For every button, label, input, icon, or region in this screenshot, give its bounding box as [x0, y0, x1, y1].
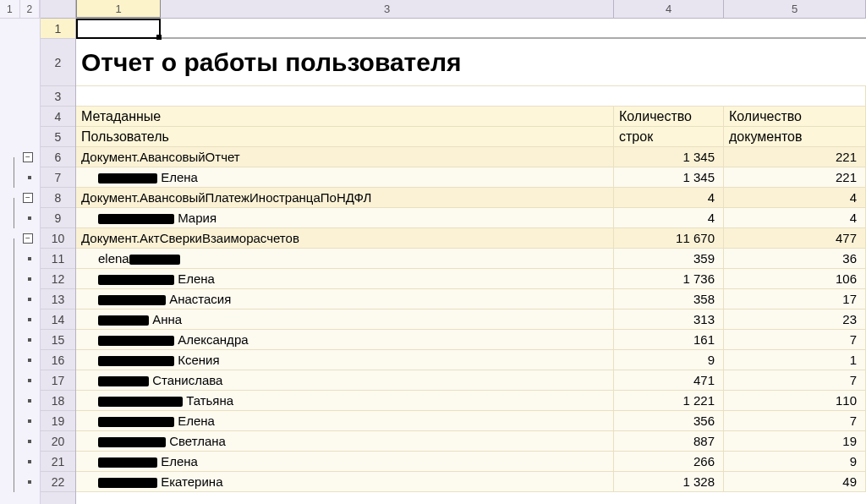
detail-row[interactable]: Станислава4717	[76, 370, 866, 391]
detail-row[interactable]: Елена1 345221	[76, 167, 866, 188]
row-number[interactable]: 12	[41, 269, 75, 289]
title-row[interactable]: Отчет о работы пользователя	[76, 39, 866, 86]
row-number[interactable]: 11	[41, 249, 75, 269]
detail-row[interactable]: Татьяна1 221110	[76, 391, 866, 411]
detail-row[interactable]: Елена1 736106	[76, 269, 866, 289]
row-1[interactable]	[76, 19, 866, 39]
outline-level-1[interactable]: 1	[0, 0, 20, 18]
row-number[interactable]: 20	[41, 431, 75, 452]
cell-docs-count: 23	[724, 310, 866, 329]
row-number[interactable]: 16	[41, 350, 75, 370]
row-number[interactable]: 3	[41, 86, 75, 107]
outline-dot	[28, 399, 31, 403]
row-number[interactable]: 18	[41, 391, 75, 411]
report-title: Отчет о работы пользователя	[76, 39, 866, 85]
detail-row[interactable]: Анна31323	[76, 310, 866, 330]
cell-docs-count: 19	[724, 431, 866, 451]
col-header-4[interactable]: 4	[614, 0, 724, 18]
collapse-toggle[interactable]: −	[23, 193, 33, 203]
outline-dot	[28, 257, 31, 260]
outline-gutter: 1 2 −−−	[0, 0, 41, 504]
cell-name: Мария	[76, 208, 614, 227]
outline-level-2[interactable]: 2	[20, 0, 41, 18]
detail-row[interactable]: Елена3567	[76, 411, 866, 431]
redacted-text	[129, 255, 180, 265]
row-number[interactable]: 22	[41, 472, 75, 492]
header-row-1[interactable]: Метаданные Количество Количество	[76, 107, 866, 127]
cell-rows-count: 1 328	[614, 472, 724, 491]
cell-docs-count: 7	[724, 330, 866, 349]
outline-dot	[28, 338, 31, 342]
redacted-text	[98, 478, 157, 488]
detail-row[interactable]: Александра1617	[76, 330, 866, 350]
cell-docs-count: 477	[724, 228, 866, 248]
group-row[interactable]: Документ.АвансовыйОтчет1 345221	[76, 147, 866, 167]
cell-docs-count: 1	[724, 350, 866, 370]
row-3[interactable]	[76, 86, 866, 107]
group-row[interactable]: Документ.АвансовыйПлатежИностранцаПоНДФЛ…	[76, 188, 866, 208]
cell-docs-count: 9	[724, 452, 866, 471]
redacted-text	[98, 417, 174, 427]
fill-handle[interactable]	[156, 35, 162, 40]
cell-docs-count: 106	[724, 269, 866, 288]
detail-row[interactable]: Елена2669	[76, 452, 866, 472]
redacted-text	[98, 295, 166, 305]
row-number[interactable]: 4	[41, 107, 75, 127]
detail-row[interactable]: Мария44	[76, 208, 866, 228]
header-metadata: Метаданные	[76, 107, 614, 126]
cell-rows-count: 356	[614, 411, 724, 430]
cell-docs-count: 36	[724, 249, 866, 268]
cell-rows-count: 887	[614, 431, 724, 451]
active-cell[interactable]	[76, 19, 161, 39]
header-row-2[interactable]: Пользователь строк документов	[76, 127, 866, 147]
detail-row[interactable]: Екатерина1 32849	[76, 472, 866, 492]
row-number[interactable]: 2	[41, 39, 75, 86]
cell-name: Татьяна	[76, 391, 614, 410]
col-header-1[interactable]: 1	[76, 0, 161, 18]
collapse-toggle[interactable]: −	[23, 233, 33, 244]
cell-docs-count: 49	[724, 472, 866, 491]
outline-line	[14, 198, 14, 228]
cell-rows-count: 4	[614, 208, 724, 227]
group-row[interactable]: Документ.АктСверкиВзаиморасчетов11 67047…	[76, 228, 866, 249]
detail-row[interactable]: elena35936	[76, 249, 866, 269]
row-number[interactable]: 17	[41, 370, 75, 391]
row-number[interactable]: 10	[41, 228, 75, 249]
row-number[interactable]: 19	[41, 411, 75, 431]
cell-name: Анна	[76, 310, 614, 329]
row-number[interactable]: 21	[41, 452, 75, 472]
detail-row[interactable]: Ксения91	[76, 350, 866, 370]
outline-dot	[28, 216, 31, 220]
redacted-text	[98, 214, 174, 224]
outline-dot	[28, 298, 31, 301]
cell-rows-count: 313	[614, 310, 724, 329]
row-number[interactable]: 15	[41, 330, 75, 350]
row-number[interactable]: 8	[41, 188, 75, 208]
row-number[interactable]: 9	[41, 208, 75, 228]
col-header-3[interactable]: 3	[161, 0, 614, 18]
row-number[interactable]: 13	[41, 289, 75, 310]
cell-name: Елена	[76, 167, 614, 187]
cell-rows-count: 4	[614, 188, 724, 207]
detail-row[interactable]: Светлана88719	[76, 431, 866, 452]
row-number[interactable]: 7	[41, 167, 75, 188]
cell-docs-count: 110	[724, 391, 866, 410]
outline-dot	[28, 277, 31, 281]
cell-rows-count: 1 345	[614, 167, 724, 187]
collapse-toggle[interactable]: −	[23, 152, 33, 162]
row-number[interactable]: 6	[41, 147, 75, 167]
row-number[interactable]: 14	[41, 310, 75, 330]
detail-row[interactable]: Анастасия35817	[76, 289, 866, 310]
cell-name: Станислава	[76, 370, 614, 390]
col-header-5[interactable]: 5	[724, 0, 866, 18]
cell-name: Документ.АктСверкиВзаиморасчетов	[76, 228, 614, 248]
cell-name: Александра	[76, 330, 614, 349]
redacted-text	[98, 376, 149, 386]
cell-rows-count: 1 736	[614, 269, 724, 288]
cell-name: Анастасия	[76, 289, 614, 309]
row-number[interactable]: 5	[41, 127, 75, 147]
cell-rows-count: 1 221	[614, 391, 724, 410]
cell-docs-count: 7	[724, 370, 866, 390]
outline-dot	[28, 419, 31, 423]
row-number[interactable]: 1	[41, 19, 75, 39]
